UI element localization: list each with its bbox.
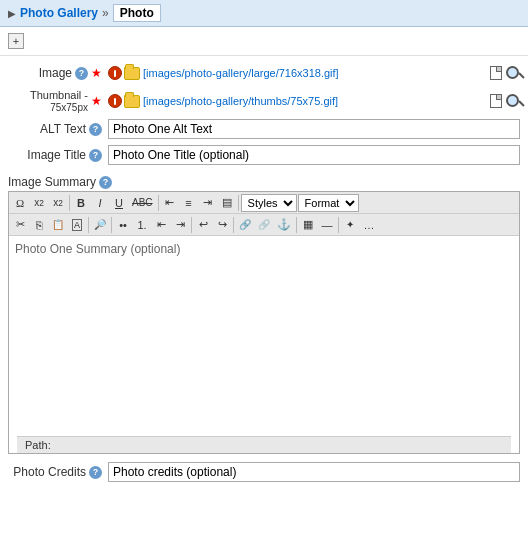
image-page-icon[interactable] — [490, 66, 502, 80]
toolbar-format-select[interactable]: Format — [298, 194, 359, 212]
toolbar-sep-8 — [296, 217, 297, 233]
toolbar-paste-text-button[interactable]: A — [68, 216, 86, 234]
toolbar-find-button[interactable]: 🔎 — [91, 216, 109, 234]
toolbar-styles-select[interactable]: Styles — [241, 194, 297, 212]
image-summary-label-row: Image Summary ? — [0, 172, 528, 191]
image-path: [images/photo-gallery/large/716x318.gif] — [143, 67, 486, 79]
toolbar-sep-4 — [88, 217, 89, 233]
thumbnail-path: [images/photo-gallery/thumbs/75x75.gif] — [143, 95, 486, 107]
toolbar-underline-button[interactable]: U — [110, 194, 128, 212]
photo-credits-label: Photo Credits ? — [8, 465, 108, 479]
editor-body-text: Photo One Summary (optional) — [15, 242, 180, 256]
editor-toolbar-1: Ω x2 x2 B I U ABC ⇤ ≡ ⇥ ▤ Styles Format — [9, 192, 519, 214]
toolbar-strikethrough-button[interactable]: ABC — [129, 194, 156, 212]
toolbar-paste-button[interactable]: 📋 — [49, 216, 67, 234]
toolbar-ul-button[interactable]: •• — [114, 216, 132, 234]
thumbnail-required: ★ — [91, 94, 102, 108]
image-title-label: Image Title ? — [8, 148, 108, 162]
photo-credits-help-icon[interactable]: ? — [89, 466, 102, 479]
toolbar-italic-button[interactable]: I — [91, 194, 109, 212]
thumbnail-zoom-icon[interactable] — [506, 94, 520, 108]
toolbar-align-left-button[interactable]: ⇤ — [161, 194, 179, 212]
toolbar-link-button[interactable]: 🔗 — [236, 216, 254, 234]
editor-toolbar-2: ✂ ⎘ 📋 A 🔎 •• 1. ⇤ ⇥ ↩ ↪ 🔗 🔗 ⚓ ▦ — ✦ … — [9, 214, 519, 236]
editor-path-bar: Path: — [17, 436, 511, 453]
toolbar-sep-9 — [338, 217, 339, 233]
toolbar-table-button[interactable]: ▦ — [299, 216, 317, 234]
breadcrumb-separator: » — [102, 6, 109, 20]
thumbnail-row: Thumbnail - 75x75px ★ [images/photo-gall… — [0, 86, 528, 116]
toolbar-cut-button[interactable]: ✂ — [11, 216, 29, 234]
thumbnail-remove-icon[interactable] — [108, 94, 122, 108]
expand-area: + — [0, 27, 528, 56]
image-row: Image ? ★ [images/photo-gallery/large/71… — [0, 60, 528, 86]
image-folder-icon[interactable] — [124, 67, 140, 80]
toolbar-sep-2 — [158, 195, 159, 211]
toolbar-align-justify-button[interactable]: ▤ — [218, 194, 236, 212]
toolbar-bold-button[interactable]: B — [72, 194, 90, 212]
toolbar-sep-3 — [238, 195, 239, 211]
toolbar-sep-7 — [233, 217, 234, 233]
photo-credits-row: Photo Credits ? — [0, 458, 528, 486]
toolbar-unlink-button[interactable]: 🔗 — [255, 216, 273, 234]
image-required: ★ — [91, 66, 102, 80]
photo-credits-input[interactable] — [108, 462, 520, 482]
thumbnail-field-icons — [108, 94, 140, 108]
thumbnail-folder-icon[interactable] — [124, 95, 140, 108]
image-remove-icon[interactable] — [108, 66, 122, 80]
toolbar-redo-button[interactable]: ↪ — [213, 216, 231, 234]
toolbar-hr-button[interactable]: — — [318, 216, 336, 234]
toolbar-indent-button[interactable]: ⇥ — [171, 216, 189, 234]
editor-container: Ω x2 x2 B I U ABC ⇤ ≡ ⇥ ▤ Styles Format … — [8, 191, 520, 454]
toolbar-anchor-button[interactable]: ⚓ — [274, 216, 294, 234]
breadcrumb-current: Photo — [113, 4, 161, 22]
alt-text-row: ALT Text ? — [0, 116, 528, 142]
toolbar-sep-5 — [111, 217, 112, 233]
breadcrumb-bar: ▶ Photo Gallery » Photo — [0, 0, 528, 27]
toolbar-cleanup-button[interactable]: ✦ — [341, 216, 359, 234]
breadcrumb-parent[interactable]: Photo Gallery — [20, 6, 98, 20]
thumbnail-page-icon[interactable] — [490, 94, 502, 108]
image-title-row: Image Title ? — [0, 142, 528, 168]
image-title-input[interactable] — [108, 145, 520, 165]
image-field-icons — [108, 66, 140, 80]
alt-text-help-icon[interactable]: ? — [89, 123, 102, 136]
image-title-help-icon[interactable]: ? — [89, 149, 102, 162]
toolbar-superscript-button[interactable]: x2 — [49, 194, 67, 212]
thumbnail-label: Thumbnail - 75x75px ★ — [8, 89, 108, 113]
alt-text-input[interactable] — [108, 119, 520, 139]
image-help-icon[interactable]: ? — [75, 67, 88, 80]
toolbar-omega-button[interactable]: Ω — [11, 194, 29, 212]
toolbar-ol-button[interactable]: 1. — [133, 216, 151, 234]
breadcrumb-arrow: ▶ — [8, 8, 16, 19]
form-area: Image ? ★ [images/photo-gallery/large/71… — [0, 56, 528, 172]
toolbar-align-right-button[interactable]: ⇥ — [199, 194, 217, 212]
toolbar-copy-button[interactable]: ⎘ — [30, 216, 48, 234]
toolbar-sep-6 — [191, 217, 192, 233]
image-zoom-icon[interactable] — [506, 66, 520, 80]
toolbar-sep-1 — [69, 195, 70, 211]
toolbar-undo-button[interactable]: ↩ — [194, 216, 212, 234]
toolbar-more-button[interactable]: … — [360, 216, 378, 234]
image-summary-help-icon[interactable]: ? — [99, 176, 112, 189]
toolbar-align-center-button[interactable]: ≡ — [180, 194, 198, 212]
editor-body[interactable]: Photo One Summary (optional) — [9, 236, 519, 436]
alt-text-label: ALT Text ? — [8, 122, 108, 136]
toolbar-outdent-button[interactable]: ⇤ — [152, 216, 170, 234]
path-label: Path: — [25, 439, 51, 451]
toolbar-subscript-button[interactable]: x2 — [30, 194, 48, 212]
image-label: Image ? ★ — [8, 66, 108, 80]
expand-button[interactable]: + — [8, 33, 24, 49]
